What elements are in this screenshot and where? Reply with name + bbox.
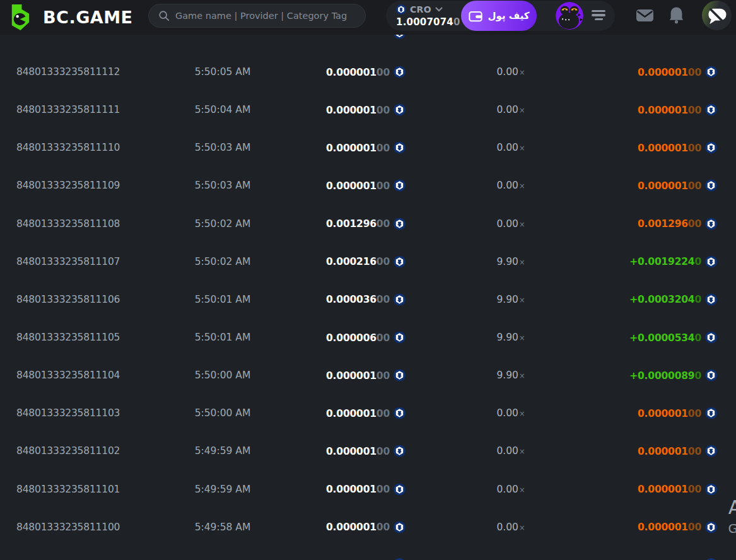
account-menu-icon[interactable] (592, 10, 605, 21)
cro-currency-icon (394, 407, 406, 419)
wallet-button[interactable]: کیف پول (461, 1, 537, 31)
crocodile-avatar-image (556, 2, 583, 30)
cro-currency-icon (705, 370, 717, 382)
bet-id: 84801333235811108 (16, 218, 120, 230)
bet-payout: 0.00000100 (638, 180, 717, 192)
bet-row[interactable]: 84801333235811112 5:50:05 AM 0.00000100 … (0, 53, 736, 91)
logo-text: BC.GAME (43, 3, 133, 32)
bet-multiplier: 0.00× (469, 66, 552, 78)
bet-amount: 0.00000100 (326, 407, 406, 419)
bet-id: 84801333235811102 (16, 445, 120, 457)
bet-payout: 0.00000100 (638, 445, 717, 457)
bet-amount: 0.00021600 (326, 255, 406, 267)
bet-time: 5:50:05 AM (161, 66, 284, 78)
logo[interactable]: BC.GAME (6, 3, 133, 32)
bet-row[interactable]: 84801333235811103 5:50:00 AM 0.00000100 … (0, 394, 736, 432)
bet-payout: +0.00032040 (629, 293, 717, 305)
bet-id: 84801333235811109 (16, 180, 120, 191)
bet-payout: +0.00192240 (629, 255, 717, 267)
bet-amount: 0.00129600 (326, 218, 406, 230)
bet-time: 5:50:03 AM (161, 142, 284, 153)
cro-currency-icon (394, 66, 406, 78)
bet-multiplier: 9.90× (469, 294, 552, 305)
cro-currency-icon (705, 332, 717, 344)
cro-currency-icon (394, 218, 406, 230)
notifications-button[interactable] (669, 6, 684, 24)
bet-row[interactable]: 84801333235811106 5:50:01 AM 0.00003600 … (0, 281, 736, 318)
bet-payout: 0.00000100 (638, 407, 717, 419)
avatar[interactable] (556, 2, 583, 30)
chat-toggle-button[interactable] (702, 1, 732, 30)
cro-currency-icon (705, 255, 717, 267)
bet-multiplier: 0.00× (469, 104, 552, 115)
bet-amount: 0.00000600 (326, 332, 406, 344)
bet-amount: 0.00000100 (326, 483, 406, 495)
search-icon (158, 10, 170, 21)
account-area: CRO 1.00070740 کیف پول (386, 1, 615, 31)
bet-time: 5:49:59 AM (161, 445, 284, 457)
bet-row[interactable]: 84801333235811102 5:49:59 AM 0.00000100 … (0, 432, 736, 470)
bet-time: 5:50:01 AM (161, 332, 284, 343)
bet-amount: 0.00000100 (326, 142, 406, 154)
cro-currency-icon (394, 445, 406, 457)
currency-selector[interactable]: CRO 1.00070740 (396, 3, 462, 28)
bet-row[interactable]: 84801333235811101 5:49:59 AM 0.00000100 … (0, 470, 736, 508)
bet-amount: 0.00003600 (326, 293, 406, 305)
bet-payout: 0.00000100 (638, 142, 717, 154)
search-input[interactable]: Game name | Provider | Category Tag (148, 4, 366, 28)
bet-row[interactable]: 84801333235811100 5:49:58 AM 0.00000100 … (0, 508, 736, 546)
cro-currency-icon (705, 142, 717, 154)
bet-time: 5:49:59 AM (161, 484, 284, 495)
bet-id: 84801333235811110 (16, 142, 120, 153)
bet-row[interactable]: 84801333235811109 5:50:03 AM 0.00000100 … (0, 166, 736, 204)
cro-currency-icon (705, 483, 717, 495)
cro-currency-icon (394, 293, 406, 305)
bet-multiplier: 0.00× (469, 407, 552, 419)
cro-currency-icon (705, 445, 717, 457)
bet-time: 5:50:01 AM (161, 294, 284, 305)
top-bar: BC.GAME Game name | Provider | Category … (0, 0, 736, 35)
bet-multiplier: 9.90× (469, 256, 552, 267)
bet-multiplier: 0.00× (469, 484, 552, 495)
bet-payout: 0.00000100 (638, 104, 717, 116)
bet-time: 5:50:02 AM (161, 218, 284, 230)
bet-id: 84801333235811111 (16, 104, 120, 115)
bell-icon (669, 6, 684, 24)
bet-multiplier: 0.00× (469, 218, 552, 230)
bet-payout: +0.00000890 (629, 370, 717, 382)
bet-id: 84801333235811104 (16, 370, 120, 381)
bet-row[interactable]: 84801333235811107 5:50:02 AM 0.00021600 … (0, 243, 736, 281)
cro-currency-icon (705, 521, 717, 533)
bet-multiplier: 9.90× (469, 332, 552, 343)
bet-time: 5:50:00 AM (161, 370, 284, 381)
bet-row[interactable]: 84801333235811110 5:50:03 AM 0.00000100 … (0, 129, 736, 166)
bet-time: 5:50:00 AM (161, 407, 284, 419)
bet-payout: 0.00000100 (638, 483, 717, 495)
bet-id: 84801333235811101 (16, 484, 120, 495)
bet-row[interactable]: 84801333235811108 5:50:02 AM 0.00129600 … (0, 205, 736, 243)
mail-button[interactable] (636, 8, 654, 23)
bcgame-logo-icon (6, 3, 35, 32)
chevron-down-icon (435, 7, 443, 12)
cro-currency-icon (705, 180, 717, 192)
bet-amount: 0.00000100 (326, 66, 406, 78)
bet-multiplier: 0.00× (469, 142, 552, 153)
cro-coin-icon (396, 4, 406, 15)
edge-overlay-text-top: A (728, 496, 736, 518)
cro-currency-icon (394, 35, 406, 39)
cro-currency-icon (394, 180, 406, 192)
bet-row[interactable]: 84801333235811105 5:50:01 AM 0.00000600 … (0, 318, 736, 356)
partial-row-top (394, 35, 406, 39)
bet-time: 5:50:04 AM (161, 104, 284, 115)
bet-multiplier: 0.00× (469, 445, 552, 457)
currency-code: CRO (410, 4, 431, 15)
cro-currency-icon (705, 104, 717, 116)
bet-id: 84801333235811112 (16, 66, 120, 78)
bet-row[interactable]: 84801333235811104 5:50:00 AM 0.00000100 … (0, 356, 736, 394)
wallet-balance: 1.00070740 (396, 16, 462, 28)
cro-currency-icon (394, 104, 406, 116)
bet-row[interactable]: 84801333235811111 5:50:04 AM 0.00000100 … (0, 91, 736, 129)
bet-payout: 0.00000100 (638, 66, 717, 78)
cro-currency-icon (705, 218, 717, 230)
bet-payout: 0.00000100 (638, 521, 717, 533)
